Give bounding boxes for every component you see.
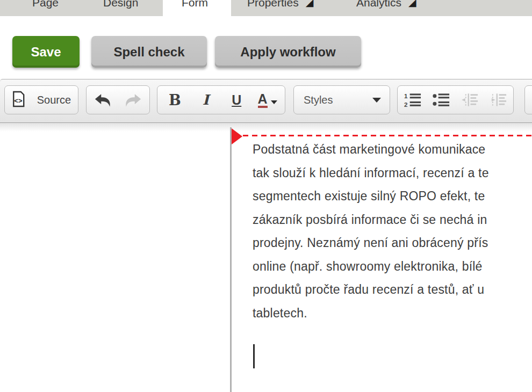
tab-design-label: Design <box>103 0 138 9</box>
mode-tab-bar: Page Design Form Properties◢ Analytics◢ <box>0 0 532 16</box>
bold-button[interactable]: B <box>161 88 188 112</box>
redo-icon[interactable] <box>119 88 146 112</box>
text-line: prodejny. Neznámý není ani obrácený přís <box>253 231 532 255</box>
text-color-icon: A <box>258 92 268 108</box>
underline-icon: U <box>232 92 241 108</box>
underline-button[interactable]: U <box>223 88 250 112</box>
tab-properties-label: Properties <box>247 0 299 9</box>
toolbar-bottom-shadow <box>0 123 532 132</box>
indent-icon <box>485 88 512 112</box>
dropdown-corner-icon: ◢ <box>408 0 416 9</box>
editor-toolbar: <> Source B I U A Styles 1 2 <box>0 79 532 123</box>
editable-zone-border <box>230 127 232 392</box>
tab-analytics[interactable]: Analytics◢ <box>356 0 416 9</box>
toolbar-group-clipped <box>524 85 532 114</box>
undo-redo-group <box>86 85 150 114</box>
svg-text:2: 2 <box>404 101 407 107</box>
source-button-label: Source <box>37 94 71 106</box>
tab-page[interactable]: Page <box>32 0 59 9</box>
zone-marker-triangle-icon <box>232 128 242 144</box>
styles-dropdown[interactable]: Styles <box>293 85 390 114</box>
font-style-group: B I U A <box>157 85 285 114</box>
apply-workflow-button[interactable]: Apply workflow <box>215 36 361 68</box>
styles-dropdown-label: Styles <box>304 94 372 106</box>
cms-form-editor-window: { "tabs": { "page": "Page", "design": "D… <box>0 0 532 392</box>
text-line: online (např. showroomy elektronika, bíl… <box>253 255 532 279</box>
text-line: produktů pročte řadu recenzí a testů, ať… <box>253 278 532 302</box>
svg-text:1: 1 <box>404 92 408 99</box>
text-line: tabletech. <box>253 302 532 325</box>
save-button[interactable]: Save <box>12 36 80 68</box>
editable-text-area[interactable]: Podstatná část marketingové komunikace t… <box>253 138 532 325</box>
text-cursor <box>253 344 255 368</box>
numbered-list-icon[interactable]: 1 2 <box>399 88 426 112</box>
chevron-down-icon <box>271 100 277 104</box>
tab-form[interactable]: Form <box>182 0 208 9</box>
text-line: tak slouží k hledání informací, recenzí … <box>253 162 532 185</box>
tab-form-label: Form <box>182 0 208 9</box>
tab-page-label: Page <box>32 0 59 9</box>
text-line: segmentech existuje silný ROPO efekt, te <box>253 185 532 208</box>
tab-analytics-label: Analytics <box>356 0 401 9</box>
list-indent-group: 1 2 <box>397 85 514 114</box>
text-color-button[interactable]: A <box>254 88 281 112</box>
dropdown-corner-icon: ◢ <box>306 0 314 9</box>
tab-design[interactable]: Design <box>103 0 138 9</box>
text-line: zákazník posbírá informace či se nechá i… <box>253 208 532 232</box>
outdent-icon <box>456 88 483 112</box>
chevron-down-icon <box>372 98 381 103</box>
source-code-icon: <> <box>12 91 26 110</box>
source-button[interactable]: <> Source <box>4 85 78 114</box>
italic-button[interactable]: I <box>192 88 219 112</box>
zone-marker-dashed-line <box>243 135 532 136</box>
bulleted-list-icon[interactable] <box>428 88 455 112</box>
tab-properties[interactable]: Properties◢ <box>247 0 313 9</box>
spell-check-button[interactable]: Spell check <box>91 36 207 68</box>
italic-icon: I <box>203 92 209 108</box>
svg-text:<>: <> <box>14 97 23 105</box>
text-line: Podstatná část marketingové komunikace <box>253 138 532 162</box>
undo-icon[interactable] <box>90 88 117 112</box>
bold-icon: B <box>169 92 181 108</box>
